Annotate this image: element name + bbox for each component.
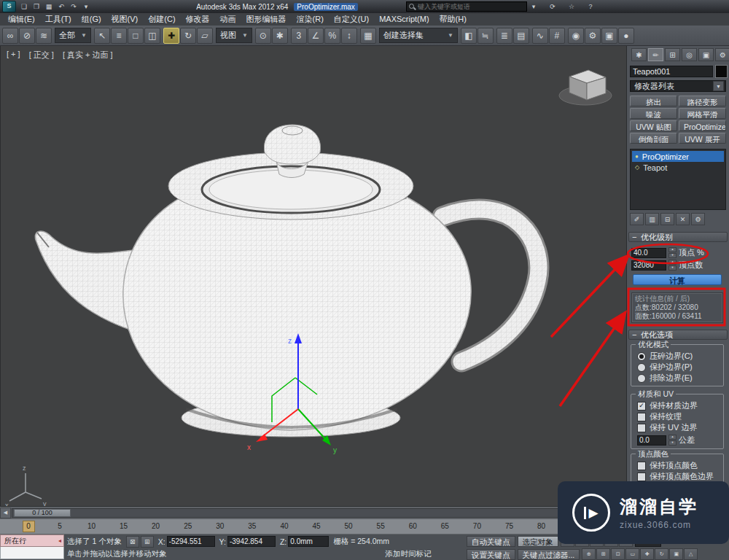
absolute-offset-icon[interactable]: ⊞	[141, 536, 154, 548]
unlink-selection-icon[interactable]: ⊘	[19, 28, 35, 44]
open-file-icon[interactable]: ❐	[31, 1, 42, 12]
material-check-row[interactable]: 保持纹理	[631, 411, 723, 422]
select-and-manipulate-icon[interactable]: ✱	[272, 28, 288, 44]
snaps-toggle-icon[interactable]: 3	[291, 28, 307, 44]
modifier-button[interactable]: 网格平滑	[679, 108, 726, 119]
curve-editor-icon[interactable]: ∿	[532, 28, 548, 44]
qat-menu-icon[interactable]: ▾	[80, 1, 92, 12]
menu-item[interactable]: 动画	[215, 13, 241, 26]
modifier-button[interactable]: UVW 展开	[679, 133, 726, 144]
radio-button[interactable]	[637, 352, 646, 361]
pan-icon[interactable]: ✚	[640, 548, 654, 560]
teapot-wireframe[interactable]	[35, 125, 539, 437]
save-file-icon[interactable]: ▦	[43, 1, 55, 12]
tolerance-spinner[interactable]: ▲▼	[668, 435, 677, 446]
select-and-move-icon[interactable]: ✚	[163, 28, 179, 44]
radio-button[interactable]	[637, 363, 646, 372]
menu-item[interactable]: 渲染(R)	[292, 13, 329, 26]
modifier-button[interactable]: UVW 贴图	[630, 120, 677, 131]
menu-item[interactable]: 帮助(H)	[434, 13, 472, 26]
render-production-icon[interactable]: ●	[618, 28, 634, 44]
zoom-region-icon[interactable]: ▭	[625, 548, 639, 560]
vertex-count-spinner[interactable]: ▲▼	[668, 260, 677, 271]
zoom-all-icon[interactable]: ⊞	[596, 548, 610, 560]
redo-icon[interactable]: ↷	[68, 1, 79, 12]
viewcube[interactable]	[555, 59, 616, 110]
rendered-frame-window-icon[interactable]: ▣	[601, 28, 617, 44]
search-options-icon[interactable]: ▾	[528, 1, 539, 12]
auto-key-button[interactable]: 自动关键点	[467, 536, 515, 547]
radio-button[interactable]	[637, 374, 646, 383]
selection-filter-dropdown[interactable]: 全部▼	[55, 28, 91, 43]
tab-motion[interactable]: ◎	[682, 48, 697, 61]
menu-item[interactable]: 视图(V)	[106, 13, 144, 26]
select-object-icon[interactable]: ↖	[94, 28, 110, 44]
menu-item[interactable]: 自定义(U)	[329, 13, 374, 26]
named-selection-dropdown[interactable]: 创建选择集▼	[379, 28, 458, 43]
macro-recorder-line[interactable]: 所在行 ◂	[0, 534, 64, 547]
maximize-viewport-icon[interactable]: ▣	[669, 548, 683, 560]
tab-display[interactable]: ▣	[698, 48, 714, 61]
mode-radio-row[interactable]: 压碎边界(C)	[631, 351, 723, 362]
menu-item[interactable]: 修改器	[181, 13, 215, 26]
mode-radio-row[interactable]: 排除边界(E)	[631, 373, 723, 384]
modifier-button[interactable]: 路径变形	[679, 96, 726, 106]
select-and-scale-icon[interactable]: ▱	[197, 28, 213, 44]
vertex-color-check-row[interactable]: 保持顶点颜色边界	[631, 471, 723, 482]
mirror-icon[interactable]: ◧	[461, 28, 477, 44]
time-slider-handle[interactable]: 0 / 100	[14, 509, 71, 517]
tab-modify[interactable]: ✏	[648, 48, 663, 61]
modifier-stack-row[interactable]: ◇ Teapot	[632, 162, 724, 173]
menu-item[interactable]: 编辑(E)	[3, 13, 40, 26]
align-icon[interactable]: ≒	[477, 28, 494, 44]
configure-modifier-sets-icon[interactable]: ⚙	[691, 213, 705, 225]
zoom-extents-icon[interactable]: ⊡	[611, 548, 625, 560]
menu-item[interactable]: 组(G)	[77, 13, 106, 26]
mode-radio-row[interactable]: 保护边界(P)	[631, 362, 723, 373]
material-check-row[interactable]: 保持材质边界	[631, 400, 723, 411]
remove-modifier-icon[interactable]: ✕	[676, 213, 690, 225]
search-input[interactable]	[406, 1, 527, 12]
undo-icon[interactable]: ↶	[55, 1, 67, 12]
checkbox[interactable]	[637, 402, 646, 411]
rectangular-selection-region-icon[interactable]: □	[128, 28, 144, 44]
vertex-count-field[interactable]	[631, 260, 666, 271]
x-coordinate-field[interactable]	[167, 536, 215, 547]
checkbox[interactable]	[637, 424, 646, 432]
rollout-optimization-options[interactable]: − 优化选项	[628, 330, 728, 340]
material-check-row[interactable]: 保持 UV 边界	[631, 422, 723, 433]
new-scene-icon[interactable]: ❏	[18, 1, 30, 12]
object-color-swatch[interactable]	[715, 65, 728, 78]
modifier-button[interactable]: 挤出	[630, 96, 677, 106]
percent-snap-icon[interactable]: %	[324, 28, 340, 44]
object-name-field[interactable]	[630, 66, 713, 77]
vertex-percent-spinner[interactable]: ▲▼	[668, 247, 677, 258]
z-coordinate-field[interactable]	[288, 536, 329, 547]
selected-mode-dropdown[interactable]: 选定对象	[518, 536, 558, 547]
listener-scroll-icon[interactable]: ◂	[58, 537, 61, 544]
layer-manager-icon[interactable]: ≣	[496, 28, 512, 44]
time-step-back-icon[interactable]: ◀	[0, 508, 11, 518]
window-crossing-icon[interactable]: ◫	[144, 28, 160, 44]
add-time-tag[interactable]: 添加时间标记	[386, 549, 432, 559]
communication-center-icon[interactable]: ⟳	[547, 1, 558, 12]
select-by-name-icon[interactable]: ≡	[111, 28, 127, 44]
modifier-bulb-icon[interactable]: ◇	[635, 164, 639, 171]
vertex-percent-field[interactable]	[631, 248, 666, 258]
edit-named-selection-sets-icon[interactable]: ▦	[360, 28, 376, 44]
menu-item[interactable]: 图形编辑器	[241, 13, 292, 26]
key-filters-button[interactable]: 关键点过滤器...	[518, 549, 580, 560]
tab-hierarchy[interactable]: ⊞	[665, 48, 680, 61]
spinner-snap-icon[interactable]: ↕	[341, 28, 357, 44]
checkbox[interactable]	[637, 413, 646, 421]
menu-item[interactable]: 创建(C)	[143, 13, 180, 26]
orbit-icon[interactable]: ↻	[655, 548, 668, 560]
rollout-optimization-level[interactable]: − 优化级别	[628, 232, 728, 242]
maxscript-listener-line[interactable]	[0, 547, 64, 559]
tolerance-field[interactable]	[637, 435, 666, 446]
calculate-button[interactable]: 计算	[633, 274, 722, 285]
modifier-list-dropdown[interactable]: 修改器列表 ▼	[630, 80, 726, 92]
viewport-general-menu[interactable]: [ + ]	[7, 50, 20, 61]
render-setup-icon[interactable]: ⚙	[585, 28, 601, 44]
modifier-button[interactable]: 噪波	[630, 108, 677, 119]
